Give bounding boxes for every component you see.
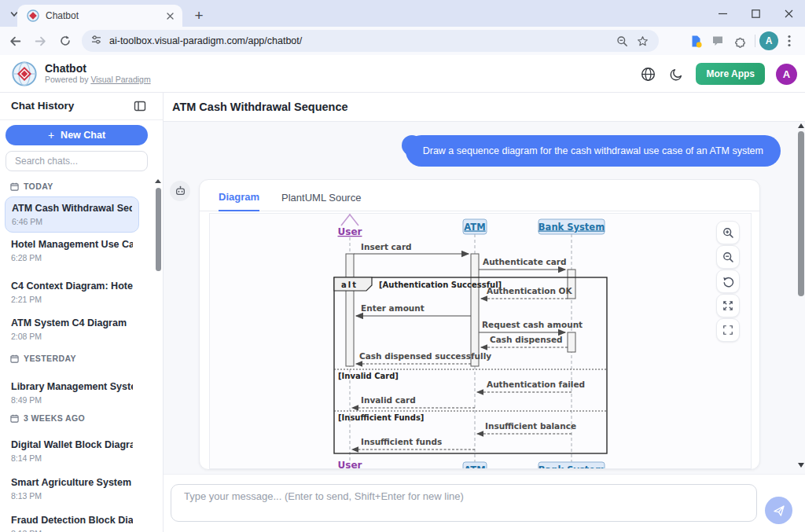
- tab-title: Chatbot: [46, 10, 164, 21]
- tab-plantuml-source[interactable]: PlantUML Source: [281, 192, 361, 211]
- site-info-icon[interactable]: [91, 34, 101, 48]
- bookmark-star-icon[interactable]: [634, 32, 651, 50]
- browser-window: Chatbot + ai-toolbox.visual-paradigm.com…: [0, 0, 805, 532]
- section-header-today: TODAY: [10, 182, 53, 191]
- scroll-down-arrow-icon[interactable]: [798, 463, 804, 468]
- chat-item[interactable]: Hotel Management Use Case 6:28 PM: [5, 233, 139, 268]
- browser-toolbar: ai-toolbox.visual-paradigm.com/app/chatb…: [0, 27, 805, 55]
- more-apps-button[interactable]: More Apps: [696, 63, 765, 85]
- browser-tab[interactable]: Chatbot: [17, 5, 182, 27]
- window-close-button[interactable]: [772, 0, 805, 27]
- chrome-profile-avatar[interactable]: A: [759, 31, 778, 50]
- chat-scrollbar[interactable]: [796, 122, 805, 474]
- fit-screen-button[interactable]: [716, 294, 740, 317]
- message-invalid-card: Invalid card: [361, 395, 416, 405]
- visual-paradigm-link[interactable]: Visual Paradigm: [90, 75, 150, 84]
- guard-invalid: [Invalid Card]: [338, 372, 399, 380]
- chat-item[interactable]: Library Management System... 8:49 PM: [5, 376, 139, 410]
- user-actor-figure: [341, 214, 358, 226]
- assistant-response-card: Diagram PlantUML Source User: [199, 179, 760, 470]
- tab-strip: Chatbot +: [0, 0, 805, 27]
- section-header-3-weeks-ago: 3 WEEKS AGO: [10, 413, 85, 423]
- menu-kebab-icon[interactable]: [778, 30, 800, 52]
- send-button[interactable]: [765, 497, 792, 524]
- user-message-bubble: Draw a sequence diagram for the cash wit…: [406, 135, 781, 167]
- zoom-out-button[interactable]: [716, 245, 740, 269]
- chat-item-selected[interactable]: ATM Cash Withdrawal Seque... 6:46 PM: [5, 196, 139, 233]
- dark-mode-moon-icon[interactable]: [667, 65, 685, 83]
- sidebar-scrollbar[interactable]: [155, 179, 162, 532]
- zoom-in-icon: [722, 227, 734, 239]
- calendar-icon: [10, 414, 19, 423]
- scroll-up-arrow-icon[interactable]: [155, 179, 161, 183]
- fullscreen-brackets-icon: [722, 325, 733, 336]
- docs-extension-icon[interactable]: [685, 30, 707, 52]
- diagram-viewport[interactable]: User ATM Bank System alt [Authentica: [209, 213, 752, 469]
- reset-view-button[interactable]: [716, 270, 740, 293]
- window-maximize-button[interactable]: [739, 0, 772, 27]
- chat-area: Draw a sequence diagram for the cash wit…: [164, 122, 805, 474]
- chat-extension-icon[interactable]: [707, 30, 729, 52]
- calendar-icon: [10, 354, 19, 363]
- activation-user: [346, 254, 354, 366]
- section-header-yesterday: YESTERDAY: [10, 354, 76, 363]
- message-cash-dispensed-ok: Cash dispensed successfully: [359, 351, 491, 361]
- expand-arrows-icon: [722, 300, 733, 311]
- extensions-row: A: [685, 30, 800, 52]
- reset-rotate-icon: [722, 276, 734, 288]
- zoom-in-button[interactable]: [716, 221, 740, 244]
- chat-item[interactable]: ATM System C4 Diagram 2:08 PM: [5, 312, 139, 347]
- app-header: Chatbot Powered by Visual Paradigm More …: [0, 55, 805, 93]
- sidebar-title: Chat History: [11, 100, 74, 112]
- fullscreen-button[interactable]: [716, 318, 740, 342]
- message-insufficient-funds: Insufficient funds: [361, 437, 442, 446]
- sequence-diagram: User ATM Bank System alt [Authentica: [210, 214, 752, 469]
- chat-scrollbar-thumb[interactable]: [798, 131, 804, 296]
- search-chats-input[interactable]: [6, 151, 148, 171]
- chat-item[interactable]: Smart Agriculture System Ar... 8:13 PM: [5, 471, 139, 506]
- guard-insufficient: [Insufficient Funds]: [338, 413, 424, 422]
- new-chat-label: New Chat: [61, 130, 105, 141]
- calendar-icon: [10, 182, 19, 191]
- guard-success: [Authentication Successful]: [379, 281, 502, 289]
- user-account-avatar[interactable]: A: [776, 64, 797, 85]
- window-controls: [706, 0, 805, 27]
- scroll-up-arrow-icon[interactable]: [798, 123, 804, 128]
- conversation-header: ATM Cash Withdrawal Sequence: [164, 93, 805, 122]
- message-request-cash: Request cash amount: [482, 320, 583, 329]
- window-minimize-button[interactable]: [706, 0, 739, 27]
- chat-item[interactable]: Fraud Detection Block Diagr... 8:13 PM: [5, 509, 139, 532]
- extensions-puzzle-icon[interactable]: [729, 30, 751, 52]
- assistant-avatar: [170, 181, 190, 201]
- message-input[interactable]: [171, 484, 757, 522]
- app-name: Chatbot: [45, 62, 151, 75]
- chat-item[interactable]: C4 Context Diagram: Hotel ... 2:21 PM: [5, 275, 139, 310]
- activation-bank-2: [568, 332, 575, 352]
- response-tabs: Diagram PlantUML Source: [200, 180, 759, 211]
- robot-icon: [175, 185, 186, 197]
- url-text: ai-toolbox.visual-paradigm.com/app/chatb…: [109, 35, 610, 46]
- tab-close-icon[interactable]: [164, 9, 176, 22]
- actor-user-bottom: User: [338, 460, 362, 469]
- sidebar-scrollbar-thumb[interactable]: [156, 188, 161, 271]
- chat-history-sidebar: Chat History + New Chat TODAY ATM Cash W…: [0, 93, 164, 532]
- new-chat-button[interactable]: + New Chat: [6, 125, 148, 145]
- new-tab-button[interactable]: +: [189, 6, 209, 26]
- message-composer: [164, 474, 805, 532]
- zoom-out-icon: [722, 251, 734, 263]
- visual-paradigm-favicon-icon: [27, 9, 39, 22]
- toolbar-separator: [755, 35, 755, 47]
- page-zoom-icon[interactable]: [613, 32, 630, 50]
- address-bar[interactable]: ai-toolbox.visual-paradigm.com/app/chatb…: [82, 30, 659, 52]
- participant-bank-bottom: Bank System: [539, 464, 605, 470]
- actor-user-top: User: [338, 226, 362, 237]
- tab-diagram[interactable]: Diagram: [219, 191, 259, 211]
- reload-icon[interactable]: [55, 31, 75, 51]
- participant-atm-top: ATM: [464, 222, 485, 233]
- back-icon[interactable]: [5, 31, 25, 51]
- language-globe-icon[interactable]: [639, 65, 656, 83]
- collapse-sidebar-icon[interactable]: [132, 98, 148, 114]
- powered-by: Powered by Visual Paradigm: [45, 75, 151, 85]
- chat-item[interactable]: Digital Wallet Block Diagram 8:14 PM: [5, 434, 139, 468]
- forward-icon[interactable]: [30, 31, 50, 51]
